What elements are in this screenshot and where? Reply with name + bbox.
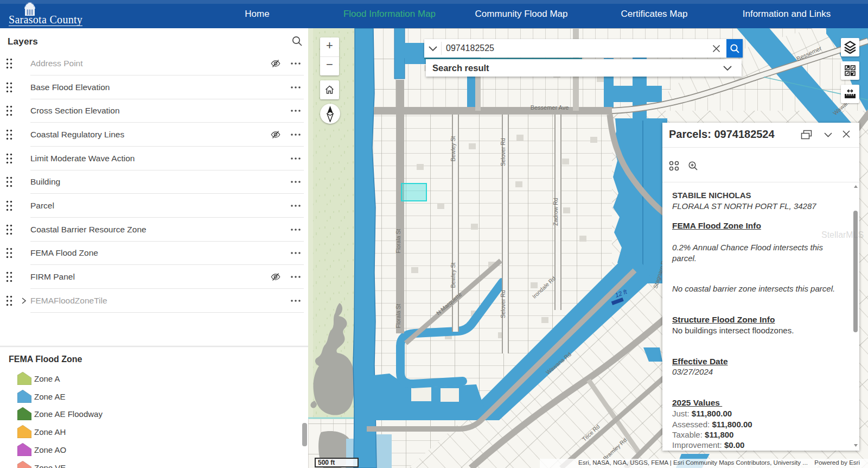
svg-text:Florala St: Florala St	[395, 303, 401, 328]
svg-text:Bewley St: Bewley St	[450, 136, 456, 162]
svg-text:Bessemer Ave: Bessemer Ave	[531, 104, 569, 111]
svg-text:Bewley St: Bewley St	[450, 263, 456, 288]
svg-text:Selover Rd: Selover Rd	[500, 290, 506, 318]
svg-text:Selover Rd: Selover Rd	[500, 138, 506, 166]
svg-text:Florala St: Florala St	[395, 229, 401, 253]
svg-text:Zadrow Rd: Zadrow Rd	[552, 198, 559, 226]
